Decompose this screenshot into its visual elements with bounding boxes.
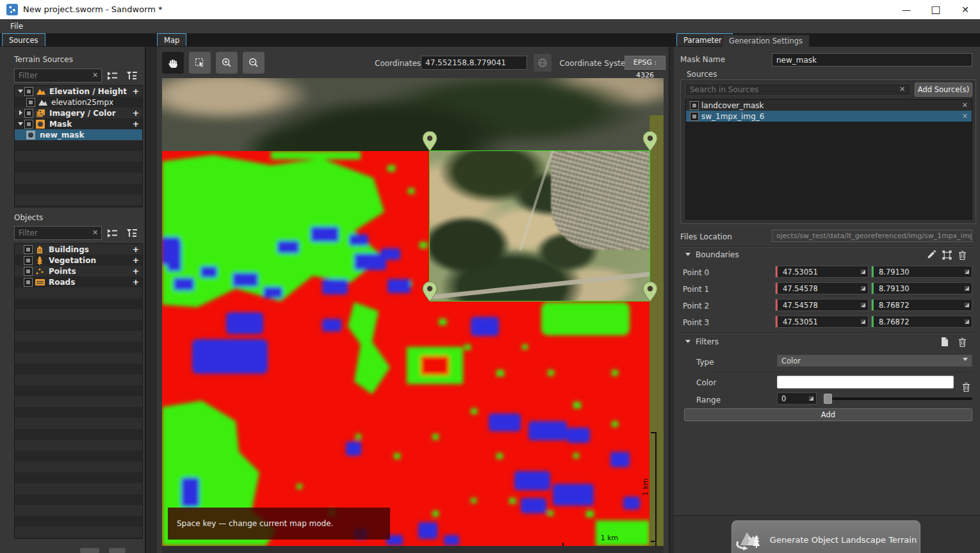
boundary-pin[interactable]: [422, 131, 437, 152]
remove-source-icon[interactable]: ✕: [962, 112, 968, 120]
tree-item-buildings[interactable]: Buildings +: [15, 244, 142, 255]
point2-lat-field[interactable]: 47.54578: [775, 299, 869, 311]
tab-sources[interactable]: Sources: [2, 33, 45, 46]
coordinates-input[interactable]: [421, 56, 527, 70]
duplicate-filter-icon[interactable]: [938, 336, 950, 348]
add-mask-button[interactable]: +: [131, 119, 140, 129]
add-imagery-button[interactable]: +: [131, 108, 140, 118]
pan-tool-button[interactable]: [162, 52, 184, 74]
drag-value-icon[interactable]: [860, 319, 866, 325]
point1-lon-field[interactable]: 8.79130: [871, 282, 972, 294]
delete-filter-row-icon[interactable]: [961, 381, 971, 392]
add-vegetation-button[interactable]: +: [131, 255, 140, 265]
checkbox[interactable]: [24, 245, 33, 254]
checkbox[interactable]: [26, 98, 35, 107]
checkbox[interactable]: [24, 267, 33, 276]
selected-source-region[interactable]: [429, 150, 650, 301]
zoom-in-button[interactable]: [216, 52, 238, 74]
close-button[interactable]: ✕: [951, 0, 980, 19]
boundaries-collapse-icon[interactable]: [685, 253, 690, 259]
add-roads-button[interactable]: +: [131, 277, 140, 287]
add-sources-button[interactable]: Add Source(s): [915, 83, 972, 97]
boundary-pin[interactable]: [642, 131, 658, 152]
minimize-button[interactable]: —: [892, 0, 921, 19]
filters-collapse-icon[interactable]: [685, 340, 690, 346]
checkbox[interactable]: [690, 112, 699, 121]
drag-value-icon[interactable]: [860, 269, 866, 275]
tree-item-roads[interactable]: Roads +: [15, 276, 142, 287]
expander-down-icon[interactable]: [17, 86, 24, 97]
bounding-box-icon[interactable]: [941, 249, 952, 260]
drag-value-icon[interactable]: [808, 396, 814, 401]
select-tool-button[interactable]: [189, 52, 211, 74]
filter-type-dropdown[interactable]: Color: [777, 355, 972, 367]
maximize-button[interactable]: □: [921, 0, 951, 19]
boundary-pin[interactable]: [642, 282, 658, 302]
mask-name-input[interactable]: [772, 53, 972, 67]
tree-item-elevation[interactable]: Elevation / Height +: [15, 86, 142, 97]
tab-generation-settings[interactable]: Generation Settings: [722, 35, 810, 47]
tree-item-mask[interactable]: Mask +: [15, 118, 142, 129]
boundary-pin[interactable]: [422, 282, 437, 302]
add-points-button[interactable]: +: [131, 266, 140, 276]
drag-value-icon[interactable]: [964, 319, 970, 325]
epsg-badge[interactable]: EPSG : 4326: [625, 56, 666, 70]
expand-tree-icon[interactable]: [105, 227, 120, 239]
collapse-tree-icon[interactable]: [124, 227, 140, 239]
expand-tree-icon[interactable]: [105, 70, 120, 81]
terrain-filter-clear-icon[interactable]: ✕: [92, 71, 98, 79]
point1-lat-field[interactable]: 47.54578: [775, 282, 869, 294]
coordinate-transform-button[interactable]: [534, 54, 551, 72]
delete-boundaries-icon[interactable]: [957, 249, 967, 260]
boundaries-title[interactable]: Boundaries: [696, 250, 739, 259]
drag-value-icon[interactable]: [964, 302, 970, 308]
drag-value-icon[interactable]: [964, 269, 970, 275]
objects-filter-clear-icon[interactable]: ✕: [92, 228, 98, 237]
add-elevation-button[interactable]: +: [131, 86, 140, 96]
delete-filters-icon[interactable]: [957, 336, 967, 348]
sources-search-clear-icon[interactable]: ✕: [899, 85, 905, 93]
edit-boundaries-icon[interactable]: [926, 249, 937, 260]
point2-lon-field[interactable]: 8.76872: [871, 299, 972, 311]
color-swatch[interactable]: [777, 376, 954, 389]
expander-down-icon[interactable]: [17, 118, 24, 129]
tree-item-imagery[interactable]: Imagery / Color +: [15, 108, 142, 118]
point3-lat-field[interactable]: 47.53051: [775, 316, 869, 328]
tree-item-points[interactable]: Points +: [15, 266, 142, 276]
sources-search-input[interactable]: [685, 83, 911, 96]
source-row-sw-1mpx-img-6[interactable]: sw_1mpx_img_6 ✕: [686, 111, 972, 122]
tree-item-new-mask[interactable]: new_mask: [15, 129, 142, 140]
splitter-left[interactable]: [145, 47, 158, 553]
expander-right-icon[interactable]: [17, 108, 24, 118]
map-viewport[interactable]: Space key — change current map mode. 1 k…: [162, 78, 664, 546]
range-slider-track[interactable]: [825, 397, 972, 400]
filters-title[interactable]: Filters: [696, 337, 719, 346]
checkbox[interactable]: [24, 278, 33, 287]
collapse-tree-icon[interactable]: [124, 70, 140, 81]
point0-lat-field[interactable]: 47.53051: [775, 266, 869, 278]
checkbox[interactable]: [24, 87, 33, 96]
tree-item-elevation25mpx[interactable]: elevation25mpx: [15, 97, 142, 108]
checkbox[interactable]: [24, 109, 33, 118]
point3-lon-field[interactable]: 8.76872: [871, 316, 972, 328]
zoom-out-button[interactable]: [243, 52, 265, 74]
drag-value-icon[interactable]: [860, 285, 866, 291]
drag-value-icon[interactable]: [964, 285, 970, 291]
terrain-filter-input[interactable]: [14, 68, 102, 83]
bottom-toolbar-icon[interactable]: [109, 548, 126, 553]
checkbox[interactable]: [690, 101, 699, 110]
range-slider-handle[interactable]: [824, 394, 832, 404]
range-value-field[interactable]: 0: [777, 392, 817, 405]
tab-map[interactable]: Map: [157, 33, 186, 46]
add-buildings-button[interactable]: +: [131, 244, 140, 254]
checkbox[interactable]: [24, 120, 33, 129]
generate-terrain-button[interactable]: Generate Object Landscape Terrain: [731, 520, 920, 553]
remove-source-icon[interactable]: ✕: [962, 101, 968, 109]
add-filter-button[interactable]: Add: [684, 408, 972, 421]
source-row-landcover-mask[interactable]: landcover_mask ✕: [686, 100, 972, 111]
bottom-toolbar-icon[interactable]: [80, 548, 99, 553]
objects-filter-input[interactable]: [14, 226, 102, 240]
point0-lon-field[interactable]: 8.79130: [871, 266, 972, 278]
drag-value-icon[interactable]: [860, 302, 866, 308]
menu-file[interactable]: File: [5, 19, 28, 33]
